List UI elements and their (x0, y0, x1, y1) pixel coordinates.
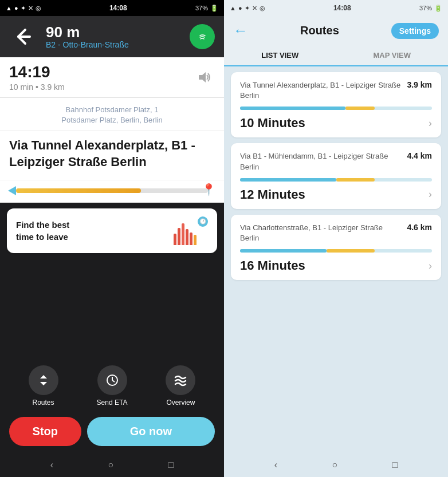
progress-fill (16, 188, 141, 193)
destination-line1: Bahnhof Potsdamer Platz, 1 (66, 105, 159, 114)
route-2-yellow-fill (336, 178, 375, 182)
routes-button[interactable]: Routes (29, 365, 58, 407)
route-name-text: Via Tunnel Alexander­platz, B1 - Leipzig… (9, 137, 215, 170)
home-nav-right[interactable]: ○ (332, 460, 337, 470)
route-1-blue-fill (240, 107, 345, 110)
overview-icon (166, 365, 195, 395)
route-2-chevron-icon: › (429, 188, 432, 200)
route-2-footer: 12 Minutes › (240, 187, 432, 202)
status-bar-left: ▲ ● ✦ ✕ ◎ 14:08 37% 🔋 (0, 0, 224, 16)
bluetooth-icon-right: ✦ (245, 5, 250, 12)
eta-time: 14:19 (9, 63, 65, 81)
nav-header: 90 m B2 - Otto-Braun-Straße (0, 16, 224, 57)
send-eta-icon (97, 365, 127, 395)
route-3-blue-fill (240, 249, 327, 253)
tab-list-view[interactable]: LIST VIEW (224, 45, 336, 65)
chart-bar-4 (186, 229, 188, 245)
nav-distance: 90 m (46, 24, 180, 41)
view-tabs: LIST VIEW MAP VIEW (224, 45, 448, 66)
status-right-left: 37% 🔋 (195, 5, 218, 12)
send-eta-label: Send ETA (97, 399, 128, 407)
route-name-card: Via Tunnel Alexander­platz, B1 - Leipzig… (0, 131, 224, 180)
bluetooth-icon-left: ✦ (21, 5, 26, 12)
wifi-icon-right: ● (238, 5, 242, 11)
spacer (0, 259, 224, 360)
send-eta-button[interactable]: Send ETA (97, 365, 128, 407)
battery-icon-right: 🔋 (434, 5, 442, 12)
wifi-icon: ● (14, 5, 18, 11)
route-3-footer: 16 Minutes › (240, 258, 432, 273)
home-nav-left[interactable]: ○ (108, 460, 113, 470)
battery-right: 37% (419, 5, 432, 11)
location-icon-right: ◎ (260, 5, 265, 12)
eta-bar: 14:19 10 min • 3.9 km (0, 57, 224, 98)
destination-text: Bahnhof Potsdamer Platz, 1 Potsdamer Pla… (0, 98, 224, 131)
destination-pin-icon: 📍 (202, 183, 216, 196)
route-3-name: Via Charlottenstraße, B1 - Leipziger Str… (240, 223, 407, 243)
route-2-name: Via B1 - Mühlendamm, B1 - Leipziger Stra… (240, 151, 407, 172)
go-button[interactable]: Go now (87, 417, 215, 446)
spotify-button[interactable] (190, 24, 215, 49)
chart-bar-3 (182, 223, 184, 245)
leave-card-text: Find the besttime to leave (16, 219, 69, 243)
routes-icon (29, 365, 58, 395)
route-2-blue-fill (240, 178, 336, 182)
status-time-left: 14:08 (109, 4, 127, 12)
android-nav-right: ‹ ○ □ (224, 453, 448, 477)
route-2-time: 12 Minutes (240, 187, 305, 202)
routes-label: Routes (33, 399, 54, 407)
route-card-3[interactable]: Via Charlottenstraße, B1 - Leipziger Str… (231, 215, 441, 280)
mute-icon-right: ✕ (252, 5, 257, 12)
route-3-distance: 4.6 km (407, 223, 432, 232)
route-2-distance: 4.4 km (407, 151, 432, 160)
signal-icon-right: ▲ (230, 5, 236, 11)
status-icons-right: ▲ ● ✦ ✕ ◎ (230, 5, 265, 12)
eta-distance: 3.9 km (41, 82, 65, 92)
volume-button[interactable] (194, 67, 215, 88)
back-button[interactable]: ← (233, 22, 248, 40)
progress-area: 📍 (0, 180, 224, 203)
routes-title: Routes (300, 24, 339, 37)
status-bar-right: ▲ ● ✦ ✕ ◎ 14:08 37% 🔋 (224, 0, 448, 16)
location-icon-left: ◎ (36, 5, 41, 12)
chart-bar-2 (178, 228, 180, 245)
route-1-distance: 3.9 km (407, 80, 432, 89)
nav-street: B2 - Otto-Braun-Straße (46, 40, 180, 49)
destination-line2: Potsdamer Platz, Berlin, Berlin (61, 116, 162, 124)
chart-bar-5 (190, 232, 192, 245)
back-nav-left[interactable]: ‹ (50, 460, 53, 470)
chart-clock-icon: 🕐 (198, 216, 208, 227)
traffic-chart: 🕐 (174, 216, 208, 245)
route-2-progress (240, 178, 432, 182)
eta-duration: 10 min (9, 82, 33, 92)
route-1-footer: 10 Minutes › (240, 116, 432, 131)
eta-info: 14:19 10 min • 3.9 km (9, 63, 65, 92)
route-3-chevron-icon: › (429, 260, 432, 272)
right-panel: ▲ ● ✦ ✕ ◎ 14:08 37% 🔋 ← Routes Settings … (224, 0, 448, 477)
android-nav-left: ‹ ○ □ (0, 453, 224, 477)
battery-icon-left: 🔋 (210, 5, 218, 12)
route-1-progress (240, 107, 432, 110)
recents-nav-right[interactable]: □ (392, 460, 398, 470)
back-nav-right[interactable]: ‹ (274, 460, 277, 470)
route-list: Via Tunnel Alexanderplatz, B1 - Leipzige… (224, 66, 448, 453)
signal-icon: ▲ (6, 5, 12, 11)
left-panel: ▲ ● ✦ ✕ ◎ 14:08 37% 🔋 90 m B2 - Otto-Bra… (0, 0, 224, 477)
overview-label: Overview (166, 399, 195, 407)
route-card-1[interactable]: Via Tunnel Alexanderplatz, B1 - Leipzige… (231, 72, 441, 137)
route-card-3-header: Via Charlottenstraße, B1 - Leipziger Str… (240, 223, 432, 243)
settings-button[interactable]: Settings (391, 23, 439, 39)
turn-arrow (9, 23, 37, 50)
route-card-2[interactable]: Via B1 - Mühlendamm, B1 - Leipziger Stra… (231, 143, 441, 208)
svg-marker-2 (199, 72, 206, 82)
status-time-right: 14:08 (333, 4, 351, 12)
eta-details: 10 min • 3.9 km (9, 82, 65, 92)
recents-nav-left[interactable]: □ (168, 460, 174, 470)
tab-map-view[interactable]: MAP VIEW (336, 45, 449, 65)
overview-button[interactable]: Overview (166, 365, 195, 407)
leave-time-card[interactable]: Find the besttime to leave 🕐 (7, 208, 217, 253)
stop-button[interactable]: Stop (9, 417, 81, 446)
chart-bar-1 (174, 234, 176, 245)
route-card-1-header: Via Tunnel Alexanderplatz, B1 - Leipzige… (240, 80, 432, 101)
progress-track: 📍 (16, 188, 208, 193)
